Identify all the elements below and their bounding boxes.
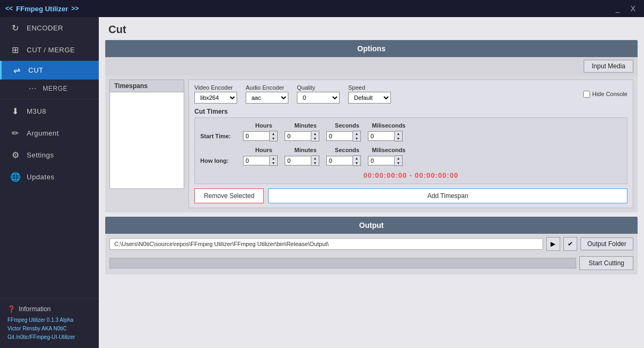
long-minutes-header: Minutes [285, 147, 326, 153]
cut-timers-label: Cut Timers [194, 108, 627, 115]
minimize-button[interactable]: _ [612, 3, 623, 14]
long-minutes-input[interactable] [285, 156, 311, 165]
sidebar-item-updates[interactable]: 🌐 Updates [0, 166, 99, 188]
long-miliseconds-btns: ▲ ▼ [395, 155, 403, 166]
start-seconds-input[interactable] [326, 131, 353, 141]
start-seconds-up[interactable]: ▲ [353, 131, 360, 136]
hide-console-checkbox[interactable] [583, 91, 590, 98]
long-seconds-up[interactable]: ▲ [353, 156, 360, 161]
audio-encoder-group: Audio Encoder aac mp3 copy [246, 84, 288, 104]
output-header: Output [105, 217, 638, 234]
speed-label: Speed [348, 84, 391, 91]
info-line1: FFmpeg Utilizer 0.1.3 Alpha [7, 316, 91, 325]
start-hours-up[interactable]: ▲ [270, 131, 277, 136]
long-seconds-btns: ▲ ▼ [353, 155, 361, 166]
sidebar-item-label: ENCODER [27, 24, 64, 32]
long-minutes-up[interactable]: ▲ [311, 156, 319, 161]
sidebar-item-label: CUT [28, 66, 43, 74]
long-minutes-down[interactable]: ▼ [311, 161, 319, 165]
output-folder-button[interactable]: Output Folder [580, 238, 633, 250]
sidebar-item-m3u8[interactable]: ⬇ M3U8 [0, 100, 99, 122]
start-hours-spinner: ▲ ▼ [243, 131, 285, 141]
settings-icon: ⚙ [10, 150, 21, 160]
start-miliseconds-input[interactable] [368, 131, 395, 141]
long-hours-up[interactable]: ▲ [270, 156, 277, 161]
audio-encoder-label: Audio Encoder [246, 84, 288, 91]
m3u8-icon: ⬇ [10, 106, 21, 116]
sidebar-item-cut[interactable]: ⇌ CUT [0, 61, 99, 80]
start-miliseconds-down[interactable]: ▼ [395, 136, 402, 141]
add-timespan-button[interactable]: Add Timespan [268, 188, 627, 203]
start-seconds-btns: ▲ ▼ [353, 131, 361, 141]
timer-section: Hours Minutes Seconds Miliseconds Start … [194, 117, 627, 184]
sidebar-item-settings[interactable]: ⚙ Settings [0, 144, 99, 166]
long-hours-btns: ▲ ▼ [270, 155, 278, 166]
start-hours-input[interactable] [243, 131, 270, 141]
long-minutes-spinner: ▲ ▼ [285, 155, 326, 166]
sidebar-item-merge[interactable]: ··· MERGE [0, 80, 99, 98]
start-seconds-down[interactable]: ▼ [353, 136, 360, 141]
play-button[interactable]: ▶ [546, 237, 560, 251]
main-content: Cut Options Input Media Timespans [99, 17, 644, 348]
start-seconds-header: Seconds [326, 122, 368, 129]
long-hours-header: Hours [243, 147, 285, 153]
check-button[interactable]: ✔ [563, 237, 577, 251]
close-button[interactable]: X [627, 3, 639, 14]
remove-selected-button[interactable]: Remove Selected [194, 188, 264, 203]
quality-label: Quality [297, 84, 340, 91]
cut-merge-icon: ⊞ [10, 45, 21, 55]
app-title: FFmpeg Utilizer [16, 5, 68, 13]
how-long-row: How long: ▲ ▼ [200, 155, 622, 166]
info-text: FFmpeg Utilizer 0.1.3 Alpha Victor Rimsb… [7, 316, 91, 342]
bottom-buttons: Remove Selected Add Timespan [194, 188, 627, 203]
start-hours-down[interactable]: ▼ [270, 136, 277, 141]
hide-console-row: Hide Console [583, 91, 627, 98]
progress-bar [109, 258, 576, 268]
updates-icon: 🌐 [10, 172, 21, 182]
start-minutes-down[interactable]: ▼ [311, 136, 319, 141]
sidebar-item-encoder[interactable]: ↻ ENCODER [0, 17, 99, 39]
encoder-panel: Video Encoder libx264 libx265 copy Audio… [189, 80, 633, 208]
start-miliseconds-up[interactable]: ▲ [395, 131, 402, 136]
argument-icon: ✏ [10, 128, 21, 138]
options-header: Options [105, 40, 638, 57]
sidebar-info: ❓ Information FFmpeg Utilizer 0.1.3 Alph… [0, 298, 99, 348]
start-minutes-spinner: ▲ ▼ [285, 131, 326, 141]
sidebar-item-label: M3U8 [27, 107, 46, 115]
sidebar-item-label: CUT / MERGE [27, 46, 75, 54]
window-controls: _ X [612, 3, 639, 14]
info-line3: Git /n0tic/FFmpeg-UI-Utilizer [7, 333, 91, 342]
long-seconds-down[interactable]: ▼ [353, 161, 360, 165]
long-hours-down[interactable]: ▼ [270, 161, 277, 165]
how-long-headers: Hours Minutes Seconds Miliseconds [243, 147, 622, 153]
sidebar-item-argument[interactable]: ✏ Argument [0, 122, 99, 144]
cut-icon: ⇌ [11, 65, 23, 75]
audio-encoder-select[interactable]: aac mp3 copy [246, 92, 288, 104]
long-hours-input[interactable] [243, 156, 270, 165]
title-bar-left: << FFmpeg Utilizer >> [5, 5, 79, 13]
page-title: Cut [99, 17, 644, 40]
long-hours-spinner: ▲ ▼ [243, 155, 285, 166]
long-miliseconds-input[interactable] [368, 156, 395, 165]
long-minutes-btns: ▲ ▼ [311, 155, 319, 166]
start-minutes-header: Minutes [285, 122, 326, 129]
start-minutes-btns: ▲ ▼ [311, 131, 319, 141]
start-cutting-button[interactable]: Start Cutting [579, 256, 633, 270]
output-path-row: ▶ ✔ Output Folder [105, 234, 638, 254]
long-miliseconds-up[interactable]: ▲ [395, 156, 402, 161]
sidebar-item-cut-merge[interactable]: ⊞ CUT / MERGE [0, 39, 99, 61]
start-minutes-up[interactable]: ▲ [311, 131, 319, 136]
video-encoder-select[interactable]: libx264 libx265 copy [194, 92, 237, 104]
start-minutes-input[interactable] [285, 131, 311, 141]
video-encoder-group: Video Encoder libx264 libx265 copy [194, 84, 237, 104]
options-panel: Options Input Media Timespans [105, 40, 638, 212]
start-miliseconds-btns: ▲ ▼ [395, 131, 403, 141]
sidebar-item-label: Argument [27, 129, 59, 137]
output-path-input[interactable] [109, 238, 543, 250]
quality-select[interactable]: 0 18 23 [297, 92, 340, 104]
long-seconds-input[interactable] [326, 156, 353, 165]
start-time-row: Start Time: ▲ ▼ [200, 131, 622, 141]
speed-select[interactable]: Default ultrafast fast slow [348, 92, 391, 104]
long-miliseconds-down[interactable]: ▼ [395, 161, 402, 165]
input-media-button[interactable]: Input Media [584, 60, 633, 73]
